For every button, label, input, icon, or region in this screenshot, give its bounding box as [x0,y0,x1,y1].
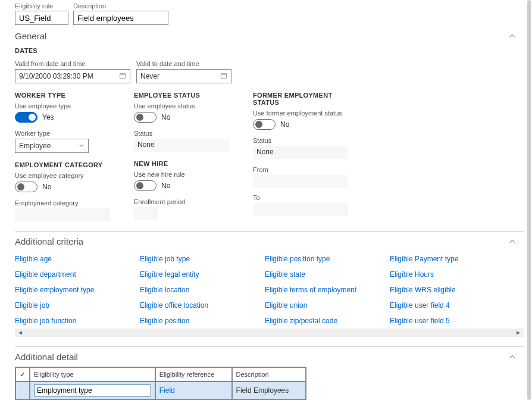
col-eligibility-type[interactable]: Eligibility type [30,367,155,382]
criteria-link[interactable]: Eligible location [140,286,265,294]
criteria-link[interactable]: Eligible WRS eligible [390,286,515,294]
criteria-link[interactable]: Eligible job function [15,317,140,325]
general-title: General [15,31,46,41]
emp-cat-value [15,208,110,221]
valid-from-value: 9/10/2000 03:29:30 PM [19,72,93,80]
chevron-up-icon[interactable] [508,32,517,40]
criteria-link[interactable]: Eligible Hours [390,270,515,279]
use-former-toggle[interactable]: No [253,119,354,130]
calendar-icon[interactable] [119,72,126,81]
use-emp-status-toggle[interactable]: No [134,112,235,123]
emp-status-heading: EMPLOYEE STATUS [134,92,235,99]
use-employee-type-value: Yes [42,113,54,121]
criteria-title: Additional criteria [15,236,83,246]
chevron-up-icon[interactable] [508,353,517,361]
divider [15,231,524,232]
use-employee-type-label: Use employee type [15,102,116,110]
use-former-label: Use former employment status [253,110,354,117]
divider [15,346,524,347]
use-former-value: No [280,120,289,129]
detail-table: ✓ Eligibility type Eligibility reference… [15,367,306,400]
description-label: Description [73,2,168,10]
former-heading: FORMER EMPLOYMENT STATUS [253,92,354,106]
detail-title: Additional detail [15,352,78,362]
criteria-link[interactable]: Eligible user field 4 [390,301,515,310]
table-row[interactable]: Field Field Employees [15,382,306,399]
use-emp-cat-toggle[interactable]: No [15,182,116,192]
table-header-row: ✓ Eligibility type Eligibility reference… [15,367,306,382]
former-status-value: None [253,146,348,159]
use-emp-status-label: Use employee status [134,102,235,110]
col-description[interactable]: Description [232,367,306,382]
cell-eligibility-ref[interactable]: Field [155,382,232,399]
dates-heading: DATES [15,47,524,54]
cell-eligibility-type[interactable] [30,382,155,399]
cell-description[interactable]: Field Employees [232,382,306,399]
criteria-link[interactable]: Eligible department [15,270,140,279]
criteria-link[interactable]: Eligible age [15,255,140,263]
eligibility-rule-input[interactable] [15,11,68,25]
criteria-link[interactable]: Eligible state [265,270,390,279]
scroll-left-icon[interactable]: ◄ [17,329,23,336]
former-status-label: Status [253,137,354,144]
former-from-label: From [253,166,354,173]
chevron-up-icon[interactable] [508,238,517,246]
worker-type-label: Worker type [15,130,116,137]
valid-to-input[interactable]: Never [136,69,231,83]
enroll-period-value [134,207,158,220]
enroll-period-label: Enrollment period [134,198,235,205]
worker-type-select[interactable]: Employee [15,139,89,153]
scroll-right-icon[interactable]: ► [515,329,521,336]
vertical-scrollbar[interactable] [527,0,531,400]
svg-rect-2 [221,73,227,78]
valid-to-label: Valid to date and time [136,60,231,67]
criteria-link[interactable]: Eligible job type [140,255,265,263]
former-from-value [253,175,348,188]
select-all-checkbox[interactable]: ✓ [15,367,30,382]
emp-cat-label: Employment category [15,199,116,207]
criteria-grid: Eligible age Eligible job type Eligible … [15,255,524,325]
criteria-link[interactable]: Eligible employment type [15,286,140,294]
criteria-link[interactable]: Eligible position type [265,255,390,263]
criteria-link[interactable]: Eligible union [265,301,390,310]
use-emp-status-value: No [161,113,170,121]
worker-type-value: Employee [19,142,51,150]
valid-to-value: Never [140,72,159,80]
status-label: Status [134,130,235,137]
criteria-link[interactable]: Eligible zip/postal code [265,317,390,325]
criteria-link[interactable]: Eligible user field 5 [390,317,515,325]
criteria-link[interactable]: Eligible legal entity [140,270,265,279]
eligibility-type-input[interactable] [34,385,151,396]
criteria-link[interactable]: Eligible position [140,317,265,325]
description-input[interactable] [73,11,168,25]
former-to-label: To [253,194,354,201]
horizontal-scrollbar[interactable]: ◄ ► [15,329,524,337]
emp-cat-heading: EMPLOYMENT CATEGORY [15,161,116,168]
status-value: None [134,139,229,152]
use-emp-cat-value: No [42,183,51,191]
new-hire-heading: NEW HIRE [134,160,235,167]
calendar-icon[interactable] [220,72,227,81]
chevron-down-icon [79,142,85,150]
row-checkbox[interactable] [15,382,30,399]
svg-rect-0 [120,73,126,78]
eligibility-rule-label: Eligibility rule [15,2,68,10]
use-new-hire-label: Use new hire rule [134,171,235,178]
criteria-link[interactable]: Eligible terms of employment [265,286,390,294]
use-employee-type-toggle[interactable]: Yes [15,112,116,123]
criteria-link[interactable]: Eligible Payment type [390,255,515,263]
valid-from-input[interactable]: 9/10/2000 03:29:30 PM [15,69,130,83]
former-to-value [253,203,348,216]
use-new-hire-value: No [161,182,170,190]
valid-from-label: Valid from date and time [15,60,130,67]
use-new-hire-toggle[interactable]: No [134,180,235,191]
col-eligibility-ref[interactable]: Eligibility reference [155,367,232,382]
use-emp-cat-label: Use employee category [15,172,116,179]
worker-type-heading: WORKER TYPE [15,92,116,99]
criteria-link[interactable]: Eligible office location [140,301,265,310]
criteria-link[interactable]: Eligible job [15,301,140,310]
